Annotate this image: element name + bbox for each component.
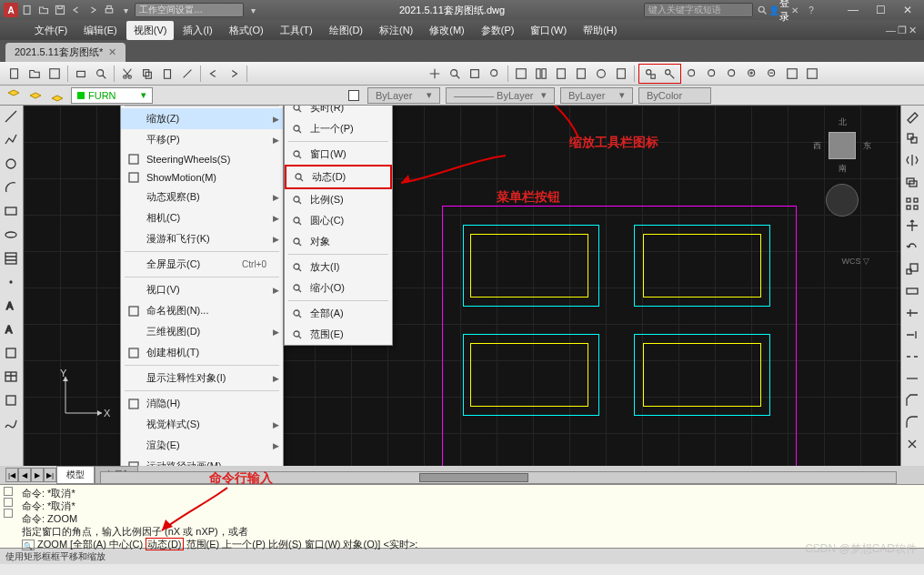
color-swatch-icon[interactable] [346,87,362,104]
workspace-dropdown[interactable]: 工作空间设置… [135,3,244,17]
zoom-object-icon[interactable] [723,65,741,83]
menu-item[interactable]: SteeringWheels(S) [121,150,283,168]
zoom-all-icon[interactable] [783,65,801,83]
help-search-input[interactable]: 键入关键字或短语 [644,3,753,17]
break-icon[interactable] [905,349,921,366]
save-icon[interactable] [53,3,67,17]
menu-item[interactable]: 命名视图(N)... [121,300,283,321]
menu-dim[interactable]: 标注(N) [372,21,420,40]
submenu-item[interactable]: 放大(I) [285,257,392,277]
spline-icon[interactable] [4,417,20,433]
tb-dcenter-icon[interactable] [532,65,550,83]
linetype-dropdown[interactable]: ByLayer▾ [560,87,633,104]
tb-calc-icon[interactable] [612,65,630,83]
tb-open-icon[interactable] [25,65,44,83]
zoom-extents-icon[interactable] [803,65,821,83]
arc-icon[interactable] [4,180,20,197]
tb-plot-icon[interactable] [72,65,90,83]
submenu-item[interactable]: 动态(D) [285,165,392,189]
layer-manager-icon[interactable] [5,87,22,104]
tab-last-icon[interactable]: ▶| [44,468,56,482]
close-tab-icon[interactable]: ✕ [108,46,116,58]
tb-save-icon[interactable] [45,65,64,83]
menu-item[interactable]: 视觉样式(S)▶ [121,414,283,435]
rotate-icon[interactable] [905,240,921,257]
app-icon[interactable]: A [4,3,18,17]
layer-dropdown[interactable]: FURN ▾ [71,87,153,104]
nav-wheel[interactable] [826,184,859,217]
drawing-canvas[interactable]: 北 南 东 西 WCS ▽ X Y 重画(R)重生成(G)全部重生成(A)缩放(… [24,106,900,466]
h-scrollbar[interactable] [100,471,897,484]
mirror-icon[interactable] [905,153,921,169]
menu-draw[interactable]: 绘图(D) [322,21,370,40]
chamfer-icon[interactable] [905,393,921,409]
tab-prev-icon[interactable]: ◀ [18,468,31,482]
view-cube[interactable]: 北 南 东 西 [815,118,869,173]
stretch-icon[interactable] [905,284,921,300]
redo-icon[interactable] [85,3,100,17]
tb-match-icon[interactable] [178,65,196,83]
zoom-out-icon[interactable] [763,65,781,83]
hatch-icon[interactable] [4,251,20,267]
tab-next-icon[interactable]: ▶ [31,468,44,482]
tb-preview-icon[interactable] [92,65,110,83]
color-dropdown[interactable]: ByLayer▾ [367,87,440,104]
menu-item[interactable]: ShowMotion(M) [121,168,283,187]
tb-new-icon[interactable] [5,65,24,83]
menu-item[interactable]: 创建相机(T) [121,342,283,363]
extend-icon[interactable] [905,328,921,344]
lineweight-dropdown[interactable]: ———— ByLayer▾ [446,87,555,104]
tb-markup-icon[interactable] [592,65,610,83]
move-icon[interactable] [905,218,921,235]
fillet-icon[interactable] [905,415,921,431]
ellipse-icon[interactable] [4,227,20,244]
region-icon[interactable] [4,393,20,409]
layer-states-icon[interactable] [27,87,44,104]
menu-item[interactable]: 消隐(H) [121,393,283,414]
menu-param[interactable]: 参数(P) [474,21,522,40]
menu-modify[interactable]: 修改(M) [422,21,472,40]
login-button[interactable]: 👤 登录 [771,3,786,17]
tb-copy-icon[interactable] [138,65,156,83]
block-icon[interactable] [4,346,20,362]
menu-item[interactable]: 三维视图(D)▶ [121,321,283,342]
trim-icon[interactable] [905,306,921,322]
menu-item[interactable]: 相机(C)▶ [121,207,283,228]
minimize-button[interactable]: — [840,2,866,18]
submenu-item[interactable]: 上一个(P) [285,118,392,139]
exchange-icon[interactable]: ✕ [788,3,802,17]
zoom-in-icon[interactable] [743,65,761,83]
table-icon[interactable] [4,369,20,386]
menu-item[interactable]: 运动路径动画(M)... [121,456,283,466]
line-icon[interactable] [4,109,20,126]
undo-icon[interactable] [69,3,84,17]
tb-undo-icon[interactable] [205,65,223,83]
copy-icon[interactable] [905,131,921,147]
submenu-item[interactable]: 对象 [285,231,392,252]
tb-paste-icon[interactable] [158,65,176,83]
document-tab[interactable]: 2021.5.11套房图纸* ✕ [5,43,126,62]
menu-format[interactable]: 格式(O) [222,21,271,40]
h-scroll-thumb[interactable] [419,473,528,482]
point-icon[interactable] [4,275,20,291]
menu-item[interactable]: 渲染(E)▶ [121,435,283,456]
menu-help[interactable]: 帮助(H) [576,21,624,40]
zoom-dynamic-icon[interactable] [660,65,678,83]
submenu-item[interactable]: 范围(E) [285,324,392,345]
qat-more-icon[interactable]: ▾ [118,3,133,17]
tb-cut-icon[interactable] [118,65,136,83]
open-icon[interactable] [36,3,51,17]
rect-icon[interactable] [4,204,20,220]
submenu-item[interactable]: 圆心(C) [285,210,392,231]
layer-prev-icon[interactable] [49,87,65,104]
doc-close-button[interactable]: ✕ [909,25,917,36]
tb-redo-icon[interactable] [225,65,243,83]
menu-window[interactable]: 窗口(W) [523,21,574,40]
doc-minimize-button[interactable]: — [886,25,896,35]
tb-sheet-icon[interactable] [572,65,590,83]
maximize-button[interactable]: ☐ [868,2,893,18]
menu-insert[interactable]: 插入(I) [176,21,219,40]
tb-props-icon[interactable] [512,65,530,83]
tb-pan-icon[interactable] [426,65,444,83]
text-icon[interactable]: A [4,298,20,315]
